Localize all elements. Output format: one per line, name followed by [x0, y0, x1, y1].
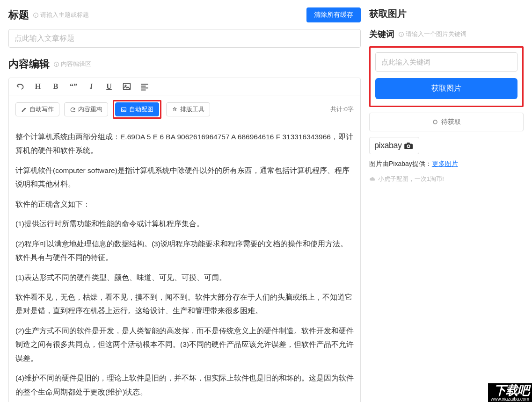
- info-icon: [398, 31, 404, 37]
- paragraph: (2)生产方式不同的软件是开发，是人类智能的高发挥，而不是传统意义上的硬件制造。…: [15, 324, 354, 365]
- keyword-hint: 请输入一个图片关键词: [398, 30, 466, 38]
- underline-icon[interactable]: U: [104, 82, 114, 91]
- editor-label: 内容编辑: [8, 57, 50, 71]
- clear-cache-button[interactable]: 清除所有缓存: [306, 7, 361, 22]
- keyword-highlight-box: 获取图片: [369, 46, 524, 107]
- pixabay-logo: pixabay: [369, 137, 419, 154]
- info-icon: [33, 12, 39, 18]
- auto-image-highlight: 自动配图: [113, 100, 161, 119]
- pencil-icon: [21, 107, 27, 113]
- align-left-icon[interactable]: [140, 82, 149, 91]
- auto-write-button[interactable]: 自动写作: [15, 102, 59, 116]
- fetch-image-button[interactable]: 获取图片: [375, 78, 517, 99]
- undo-icon[interactable]: [15, 82, 25, 91]
- credit-line: 图片由Pixabay提供：更多图片: [369, 160, 524, 168]
- cloud-icon: [369, 176, 376, 182]
- paragraph: 计算机软件(computer software)是指计算机系统中除硬件以外的所有…: [15, 164, 354, 191]
- italic-icon[interactable]: I: [87, 82, 96, 91]
- format-toolbar: H B “” I U: [9, 78, 360, 95]
- content-area[interactable]: 整个计算机系统由两部分组成：E.69DA 5 E 6 BA 9062616964…: [9, 123, 360, 402]
- tool-icon: [172, 107, 178, 113]
- auto-image-button[interactable]: 自动配图: [115, 102, 159, 116]
- svg-point-10: [408, 145, 409, 147]
- editor-header: 内容编辑 内容编辑区: [8, 57, 361, 71]
- editor-hint: 内容编辑区: [53, 60, 91, 68]
- paragraph: (4)维护不同的硬件是旧的，理论上软件是旧的，并不坏，但实际上软件也是旧的和坏的…: [15, 371, 354, 399]
- more-images-link[interactable]: 更多图片: [432, 160, 458, 167]
- paragraph: 软件看不见，无色，枯燥，看不见，摸不到，闻不到。软件大部分存在于人们的头脑或纸上…: [15, 290, 354, 318]
- svg-point-6: [433, 120, 437, 124]
- info-icon: [53, 61, 59, 67]
- heading-icon[interactable]: H: [33, 82, 43, 91]
- keyword-header: 关键词 请输入一个图片关键词: [369, 29, 524, 40]
- watermark: 下载吧 www.xiazaiba.com: [488, 383, 532, 402]
- fetch-image-header: 获取图片: [369, 7, 524, 20]
- paragraph: 软件的正确含义如下：: [15, 197, 354, 211]
- image-icon: [121, 107, 127, 113]
- quote-icon[interactable]: “”: [69, 82, 78, 91]
- paragraph: (1)表达形式不同的硬件类型、颜色、味道、可见、可摸、可闻。: [15, 271, 354, 284]
- title-label: 标题: [8, 8, 29, 22]
- footer-note: 小虎子配图，一次1淘币!: [369, 175, 524, 183]
- refresh-icon: [70, 107, 76, 113]
- keyword-label: 关键词: [369, 29, 394, 40]
- action-toolbar: 自动写作 内容重构 自动配图 排版工具 共计:0字: [9, 95, 360, 123]
- layout-tool-button[interactable]: 排版工具: [166, 102, 210, 116]
- title-header: 标题 请输入主题或标题 清除所有缓存: [8, 7, 361, 22]
- paragraph: (1)提供运行时所需功能和性能的命令或计算机程序集合。: [15, 217, 354, 230]
- editor-box: H B “” I U 自动写作 内容重构: [8, 78, 361, 402]
- paragraph: (2)程序可以满意地处理信息的数据结构。(3)说明程序功能要求和程序需要的文档的…: [15, 237, 354, 265]
- image-icon[interactable]: [122, 82, 131, 91]
- svg-rect-8: [407, 142, 409, 144]
- title-hint: 请输入主题或标题: [33, 11, 89, 19]
- article-title-input[interactable]: [8, 29, 361, 48]
- restructure-button[interactable]: 内容重构: [64, 102, 108, 116]
- pending-button[interactable]: 待获取: [369, 113, 524, 131]
- paragraph: 整个计算机系统由两部分组成：E.69DA 5 E 6 BA 9062616964…: [15, 130, 354, 158]
- keyword-input[interactable]: [375, 52, 517, 72]
- fetch-image-title: 获取图片: [369, 7, 407, 20]
- bold-icon[interactable]: B: [51, 82, 60, 91]
- word-count: 共计:0字: [330, 105, 354, 114]
- circle-icon: [432, 119, 438, 125]
- camera-icon: [404, 142, 414, 150]
